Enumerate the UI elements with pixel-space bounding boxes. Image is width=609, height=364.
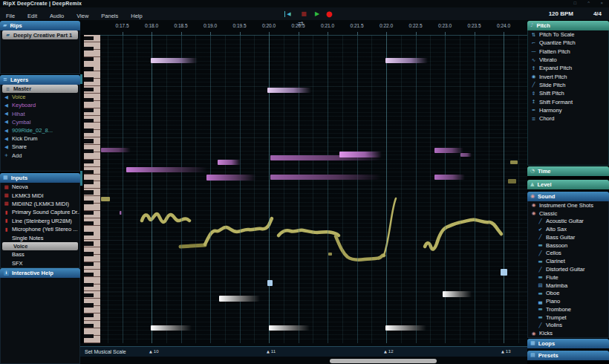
- melody-note[interactable]: [120, 211, 122, 215]
- sound-distorted-guitar[interactable]: ╱ Distorted Guitar: [528, 265, 608, 273]
- input-lkmk3-midi[interactable]: ▦ LKMK3 MIDI: [1, 191, 79, 199]
- input-mode-voice[interactable]: Voice: [2, 242, 78, 250]
- time-panel-header[interactable]: ◔ Time: [527, 166, 609, 176]
- tool-harmony[interactable]: ≈ Harmony: [528, 106, 608, 114]
- sound-cellos[interactable]: ╱ Cellos: [528, 250, 608, 258]
- drum-note[interactable]: [443, 291, 472, 297]
- melody-note[interactable]: [206, 175, 256, 181]
- input-midiin2[interactable]: ▦ MIDIIN2 (LKMK3 MIDI): [1, 200, 79, 208]
- keyboard-note[interactable]: [385, 58, 428, 63]
- layer-kick-drum[interactable]: ◀ Kick Drum: [1, 134, 79, 143]
- input-mode-single-notes[interactable]: Single Notes: [1, 233, 79, 241]
- input-mode-bass[interactable]: Bass: [1, 250, 79, 259]
- record-button[interactable]: ●: [325, 7, 333, 20]
- tool-slide-pitch[interactable]: ╱ Slide Pitch: [528, 81, 608, 89]
- sound-trombone[interactable]: ▬ Trombone: [528, 305, 608, 313]
- sound-marimba[interactable]: ▤ Marimba: [528, 282, 608, 290]
- bar-marker-12[interactable]: ▲12: [384, 349, 394, 354]
- sound-flute[interactable]: ▬ Flute: [528, 273, 608, 282]
- melody-note[interactable]: [101, 148, 131, 152]
- keyboard-note[interactable]: [151, 58, 198, 63]
- layer-cymbal[interactable]: ◀ Cymbal: [1, 118, 79, 126]
- input-neova[interactable]: ▦ Neova: [1, 183, 79, 191]
- pitch-trace[interactable]: [383, 198, 396, 256]
- sound-piano[interactable]: ▄ Piano: [528, 297, 608, 305]
- bar-marker-13[interactable]: ▲13: [501, 349, 511, 354]
- tool-invert-pitch[interactable]: ◉ Invert Pitch: [528, 72, 608, 80]
- skip-to-start-button[interactable]: ◀: [284, 11, 293, 17]
- note-grid[interactable]: [100, 35, 527, 343]
- rip-deeply-creative-part-1[interactable]: ▰ Deeply Creative Part 1: [2, 30, 78, 39]
- sound-clarinet[interactable]: ▬ Clarinet: [528, 257, 608, 265]
- horizontal-scrollbar[interactable]: [330, 359, 437, 363]
- melody-note[interactable]: [270, 175, 381, 180]
- oneshot-dot[interactable]: [508, 179, 516, 183]
- piano-keyboard[interactable]: [84, 35, 100, 343]
- play-button[interactable]: ▶: [313, 7, 322, 20]
- set-musical-scale-bar[interactable]: Set Musical Scale ▲10▲11▲12▲13: [80, 346, 527, 357]
- sound-instrument-one-shots[interactable]: ◉ Instrument One Shots: [528, 201, 608, 209]
- layer-keyboard[interactable]: ◀ Keyboard: [1, 101, 79, 109]
- pitch-trace[interactable]: [425, 220, 501, 250]
- sound-alto-sax[interactable]: ✔ Alto Sax: [528, 225, 608, 233]
- layer-master[interactable]: ≡ Master: [2, 85, 78, 93]
- loop-icon[interactable]: ⇄: [298, 20, 304, 27]
- interactive-help-header[interactable]: i Interactive Help: [0, 268, 80, 278]
- time-signature-display[interactable]: 4/4: [593, 7, 602, 20]
- collapse-icon[interactable]: ^: [587, 1, 590, 5]
- layer-909ride[interactable]: ◀ 909Ride_02_8...: [1, 126, 79, 134]
- add-layer-button[interactable]: + Add: [1, 152, 79, 160]
- melody-note[interactable]: [126, 167, 207, 172]
- pitch-trace[interactable]: [180, 245, 205, 247]
- loops-panel-header[interactable]: ▦ Loops: [527, 339, 609, 348]
- sound-kicks[interactable]: ◉ Kicks: [528, 329, 608, 337]
- presets-panel-header[interactable]: ▤ Presets: [527, 351, 609, 360]
- pitch-panel-header[interactable]: ♪ Pitch: [527, 21, 609, 30]
- sound-acoustic-guitar[interactable]: ╱ Acoustic Guitar: [528, 218, 608, 226]
- sound-classic[interactable]: ◉ Classic: [528, 209, 608, 218]
- tool-quantize-pitch[interactable]: ⌐ Quantize Pitch: [528, 39, 608, 47]
- sound-violins[interactable]: ╱ Violins: [528, 321, 608, 329]
- stop-button[interactable]: ■: [300, 7, 307, 20]
- bar-marker-11[interactable]: ▲11: [267, 349, 276, 354]
- pitch-trace[interactable]: [336, 236, 384, 260]
- pitch-trace[interactable]: [279, 230, 339, 235]
- melody-note[interactable]: [434, 148, 463, 153]
- close-icon[interactable]: ×: [600, 1, 603, 5]
- drum-note[interactable]: [219, 296, 260, 302]
- input-microphone-yeti[interactable]: ▮ Microphone (Yeti Stereo ...: [1, 225, 79, 233]
- input-primary-sound-capture[interactable]: ▮ Primary Sound Capture Dr...: [1, 208, 79, 216]
- pitch-trace[interactable]: [205, 218, 272, 244]
- layer-hihat[interactable]: ◀ Hihat: [1, 110, 79, 118]
- level-panel-header[interactable]: ▲ Level: [527, 180, 609, 189]
- drum-note[interactable]: [151, 325, 192, 331]
- cue-square[interactable]: [267, 280, 273, 286]
- tool-pitch-to-scale[interactable]: ⇅ Pitch To Scale: [528, 30, 608, 39]
- melody-note[interactable]: [339, 152, 382, 157]
- sound-bass-guitar[interactable]: ╱ Bass Guitar: [528, 233, 608, 241]
- oneshot-dot[interactable]: [328, 253, 332, 256]
- input-line-steinberg[interactable]: ▮ Line (Steinberg UR28M): [1, 217, 79, 225]
- tool-expand-pitch[interactable]: ↕ Expand Pitch: [528, 64, 608, 72]
- input-mode-sfx[interactable]: SFX: [1, 259, 79, 267]
- rips-panel-header[interactable]: ▰ Rips: [0, 21, 80, 30]
- inputs-panel-header[interactable]: ▦ Inputs: [0, 173, 80, 183]
- tool-flatten-pitch[interactable]: — Flatten Pitch: [528, 48, 608, 56]
- oneshot-dot[interactable]: [101, 197, 110, 201]
- melody-note[interactable]: [434, 175, 465, 180]
- sound-oboe[interactable]: ▬ Oboe: [528, 289, 608, 297]
- tool-chord[interactable]: ≡ Chord: [528, 114, 608, 123]
- maximize-icon[interactable]: □: [573, 1, 576, 5]
- sound-trumpet[interactable]: ▬ Trumpet: [528, 313, 608, 322]
- cue-square[interactable]: [501, 269, 507, 276]
- bar-marker-10[interactable]: ▲10: [149, 349, 159, 354]
- tool-shift-pitch[interactable]: ⇕ Shift Pitch: [528, 89, 608, 97]
- tool-shift-formant[interactable]: ↥ Shift Formant: [528, 97, 608, 105]
- drum-note[interactable]: [385, 325, 426, 331]
- timeline-ruler[interactable]: 0:17.50:18.00:18.50:19.00:19.50:20.00:20…: [80, 20, 527, 36]
- melody-note[interactable]: [460, 153, 472, 157]
- sound-panel-header[interactable]: ◉ Sound: [527, 192, 609, 201]
- layer-snare[interactable]: ◀ Snare: [1, 143, 79, 151]
- layers-panel-header[interactable]: ≡ Layers: [0, 75, 80, 85]
- sound-bassoon[interactable]: ▬ Bassoon: [528, 241, 608, 250]
